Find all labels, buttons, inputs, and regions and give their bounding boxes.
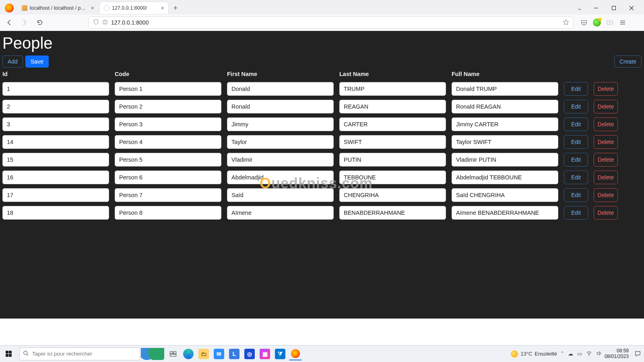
phpstorm-icon[interactable]: ▦ xyxy=(258,348,271,360)
cell-id[interactable] xyxy=(2,117,109,131)
cell-first-name[interactable] xyxy=(227,188,334,202)
cell-code[interactable] xyxy=(115,100,221,113)
edit-button[interactable]: Edit xyxy=(564,117,588,131)
delete-button[interactable]: Delete xyxy=(594,153,618,167)
cell-code[interactable] xyxy=(115,206,221,220)
delete-button[interactable]: Delete xyxy=(594,117,618,131)
cell-id[interactable] xyxy=(2,188,109,202)
tray-volume-icon[interactable] xyxy=(596,350,602,358)
edit-button[interactable]: Edit xyxy=(564,171,588,184)
cell-first-name[interactable] xyxy=(227,135,334,149)
cell-first-name[interactable] xyxy=(227,82,334,96)
cell-full-name[interactable] xyxy=(452,171,558,184)
nav-forward-button[interactable] xyxy=(19,16,31,29)
app-menu-icon[interactable] xyxy=(619,19,627,26)
cell-full-name[interactable] xyxy=(452,82,558,96)
delete-button[interactable]: Delete xyxy=(594,171,618,184)
delete-button[interactable]: Delete xyxy=(594,188,618,202)
firefox-taskbar-icon[interactable] xyxy=(289,348,302,360)
start-button[interactable] xyxy=(0,346,17,362)
save-button[interactable]: Save xyxy=(25,56,49,68)
window-close-button[interactable] xyxy=(623,2,640,14)
cell-first-name[interactable] xyxy=(227,153,334,167)
mail-icon[interactable]: ✉ xyxy=(213,348,225,360)
edit-button[interactable]: Edit xyxy=(564,82,588,96)
close-tab-icon[interactable]: × xyxy=(91,5,94,11)
task-view-icon[interactable] xyxy=(167,348,180,360)
cell-first-name[interactable] xyxy=(227,100,334,113)
cell-code[interactable] xyxy=(115,171,221,184)
window-minimize-button[interactable] xyxy=(588,2,605,14)
tray-wifi-icon[interactable] xyxy=(586,350,592,358)
cell-last-name[interactable] xyxy=(339,117,446,131)
cell-first-name[interactable] xyxy=(227,171,334,184)
cell-full-name[interactable] xyxy=(452,117,558,131)
cell-id[interactable] xyxy=(2,206,109,220)
cell-code[interactable] xyxy=(115,82,221,96)
tray-chevron-up-icon[interactable]: ˄ xyxy=(561,351,564,357)
tray-battery-icon[interactable]: ▭ xyxy=(577,351,582,357)
add-button[interactable]: Add xyxy=(2,56,23,68)
cell-full-name[interactable] xyxy=(452,206,558,220)
cell-last-name[interactable] xyxy=(339,82,446,96)
tabs-dropdown-icon[interactable]: ⌄ xyxy=(573,5,586,11)
cell-last-name[interactable] xyxy=(339,171,446,184)
nav-back-button[interactable] xyxy=(3,16,15,29)
edit-button[interactable]: Edit xyxy=(564,135,588,149)
edit-button[interactable]: Edit xyxy=(564,153,588,167)
taskbar-weather[interactable]: 13°C Ensoleillé xyxy=(511,350,557,358)
new-tab-button[interactable]: + xyxy=(170,2,181,14)
cell-id[interactable] xyxy=(2,82,109,96)
app-blue-square-icon[interactable]: ◎ xyxy=(243,348,256,360)
edge-icon[interactable] xyxy=(182,348,195,360)
cell-full-name[interactable] xyxy=(452,188,558,202)
browser-tab[interactable]: localhost / localhost / people / × xyxy=(18,2,98,14)
bookmark-star-icon[interactable] xyxy=(563,19,569,27)
taskbar-clock[interactable]: 08:59 08/01/2023 xyxy=(605,348,629,360)
create-button[interactable]: Create xyxy=(614,56,642,68)
tracking-shield-icon[interactable] xyxy=(93,19,99,26)
cell-code[interactable] xyxy=(115,188,221,202)
cell-full-name[interactable] xyxy=(452,135,558,149)
app-l-icon[interactable]: L xyxy=(228,348,241,360)
window-maximize-button[interactable] xyxy=(605,2,622,14)
cell-last-name[interactable] xyxy=(339,135,446,149)
delete-button[interactable]: Delete xyxy=(594,206,618,220)
pocket-icon[interactable] xyxy=(580,19,588,26)
site-info-icon[interactable] xyxy=(102,19,108,26)
browser-tab[interactable]: 127.0.0.1:8000/ × xyxy=(100,2,168,14)
edit-button[interactable]: Edit xyxy=(564,206,588,220)
nav-reload-button[interactable] xyxy=(34,16,46,29)
cell-code[interactable] xyxy=(115,135,221,149)
cell-first-name[interactable] xyxy=(227,117,334,131)
cell-last-name[interactable] xyxy=(339,100,446,113)
delete-button[interactable]: Delete xyxy=(594,135,618,149)
cell-id[interactable] xyxy=(2,153,109,167)
taskbar-scenery-icon xyxy=(141,348,164,360)
cell-last-name[interactable] xyxy=(339,206,446,220)
cell-first-name[interactable] xyxy=(227,206,334,220)
taskbar-search[interactable] xyxy=(19,348,140,360)
cell-id[interactable] xyxy=(2,135,109,149)
tray-onedrive-icon[interactable]: ☁ xyxy=(568,351,573,357)
cell-code[interactable] xyxy=(115,117,221,131)
vscode-icon[interactable]: ⧩ xyxy=(274,348,287,360)
edit-button[interactable]: Edit xyxy=(564,188,588,202)
cell-full-name[interactable] xyxy=(452,153,558,167)
cell-full-name[interactable] xyxy=(452,100,558,113)
action-center-icon[interactable] xyxy=(631,348,644,360)
cell-id[interactable] xyxy=(2,171,109,184)
cell-code[interactable] xyxy=(115,153,221,167)
cell-id[interactable] xyxy=(2,100,109,113)
delete-button[interactable]: Delete xyxy=(594,82,618,96)
address-bar[interactable]: 127.0.0.1:8000 xyxy=(89,16,574,29)
cell-last-name[interactable] xyxy=(339,153,446,167)
edit-button[interactable]: Edit xyxy=(564,100,588,113)
taskbar-search-input[interactable] xyxy=(32,351,136,357)
close-tab-icon[interactable]: × xyxy=(161,5,164,11)
media-icon[interactable] xyxy=(606,19,614,26)
delete-button[interactable]: Delete xyxy=(594,100,618,113)
cell-last-name[interactable] xyxy=(339,188,446,202)
file-explorer-icon[interactable]: 🗀 xyxy=(197,348,210,360)
extension-badge-icon[interactable] xyxy=(593,19,601,27)
